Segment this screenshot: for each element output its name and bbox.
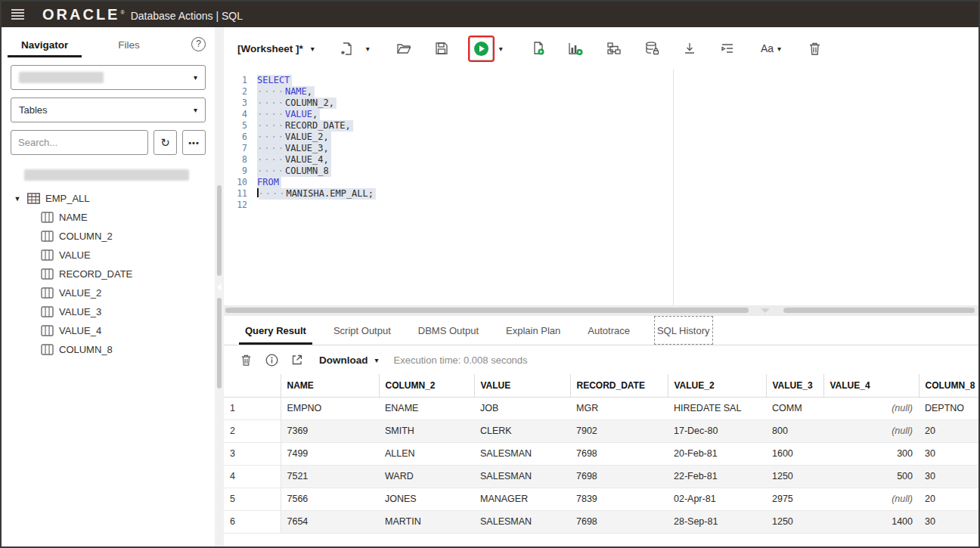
open-file-button[interactable] — [392, 37, 415, 60]
tab-explain-plan[interactable]: Explain Plan — [503, 316, 563, 345]
tree-item-column[interactable]: COLUMN_2 — [9, 227, 209, 246]
table-cell[interactable]: 2975 — [766, 488, 823, 510]
sql-history-button[interactable] — [640, 37, 663, 60]
refresh-button[interactable]: ↻ — [154, 130, 177, 155]
table-cell[interactable]: (null) — [823, 420, 919, 442]
table-cell[interactable]: 1250 — [766, 510, 823, 533]
tab-navigator[interactable]: Navigator — [18, 30, 71, 57]
code-line[interactable]: 11····MANISHA.EMP_ALL; — [224, 188, 978, 200]
code-line[interactable]: 7····VALUE_3, — [224, 143, 978, 154]
column-header[interactable]: COLUMN_2 — [379, 374, 474, 397]
table-cell[interactable]: ENAME — [379, 397, 474, 420]
table-cell[interactable]: SALESMAN — [474, 442, 570, 465]
table-cell[interactable]: MGR — [570, 397, 668, 420]
info-button[interactable] — [260, 349, 283, 370]
table-cell[interactable]: 7698 — [570, 510, 668, 533]
table-cell[interactable]: 02-Apr-81 — [668, 488, 766, 510]
column-header[interactable]: RECORD_DATE — [570, 374, 668, 397]
explain-plan-button[interactable] — [565, 37, 588, 60]
table-cell[interactable]: 20-Feb-81 — [668, 442, 766, 465]
download-results-button[interactable]: Download ▾ — [319, 354, 379, 366]
code-line[interactable]: 9····COLUMN_8 — [224, 166, 978, 177]
table-cell[interactable]: JOB — [474, 397, 570, 420]
tab-dbms-output[interactable]: DBMS Output — [415, 316, 482, 345]
tree-item-column[interactable]: RECORD_DATE — [9, 265, 209, 283]
column-header[interactable]: VALUE_4 — [823, 374, 919, 397]
tab-files[interactable]: Files — [115, 30, 143, 57]
tree-item-table[interactable]: ▼ EMP_ALL — [9, 189, 209, 208]
sql-editor[interactable]: 1SELECT2····NAME,3····COLUMN_2,4····VALU… — [224, 70, 978, 305]
table-row[interactable]: 47521WARDSALESMAN769822-Feb-81125050030 — [224, 465, 978, 488]
new-worksheet-button[interactable] — [336, 37, 358, 60]
column-header[interactable] — [224, 374, 281, 397]
table-cell[interactable]: SALESMAN — [474, 465, 570, 488]
table-cell[interactable]: 30 — [919, 442, 978, 465]
tree-item-column[interactable]: VALUE_4 — [9, 321, 209, 340]
table-cell[interactable]: ALLEN — [379, 442, 474, 465]
collapse-down-icon[interactable] — [761, 308, 770, 313]
table-cell[interactable]: 7839 — [570, 488, 668, 510]
column-header[interactable]: COLUMN_8 — [919, 374, 978, 397]
table-cell[interactable]: 30 — [919, 510, 978, 533]
more-options-button[interactable]: ••• — [182, 130, 206, 155]
table-cell[interactable]: 28-Sep-81 — [668, 510, 766, 533]
download-editor-button[interactable] — [678, 37, 701, 60]
code-line[interactable]: 1SELECT — [224, 75, 978, 86]
autotrace-button[interactable] — [603, 37, 625, 60]
search-input[interactable] — [18, 137, 141, 148]
worksheet-title-dropdown[interactable]: [Worksheet ]* ▾ — [237, 43, 315, 54]
tab-autotrace[interactable]: Autotrace — [585, 316, 633, 345]
table-cell[interactable]: HIREDATE SAL — [668, 397, 766, 420]
table-cell[interactable]: (null) — [823, 488, 919, 510]
table-cell[interactable]: JONES — [379, 488, 474, 510]
clear-worksheet-button[interactable] — [803, 37, 826, 60]
code-line[interactable]: 4····VALUE, — [224, 109, 978, 120]
table-cell[interactable]: WARD — [379, 465, 474, 488]
table-cell[interactable]: SALESMAN — [474, 510, 570, 533]
table-cell[interactable]: 300 — [823, 442, 919, 465]
column-header[interactable]: VALUE_2 — [668, 374, 766, 397]
table-cell[interactable]: COMM — [766, 397, 823, 420]
table-cell[interactable]: 1400 — [823, 510, 919, 533]
table-row[interactable]: 1EMPNOENAMEJOBMGRHIREDATE SALCOMM(null)D… — [224, 397, 978, 420]
table-cell[interactable]: 22-Feb-81 — [668, 465, 766, 488]
table-cell[interactable]: (null) — [823, 397, 919, 420]
table-cell[interactable]: 7566 — [281, 488, 379, 510]
code-line[interactable]: 8····VALUE_4, — [224, 154, 978, 166]
table-cell[interactable]: DEPTNO — [919, 397, 978, 420]
object-type-select[interactable]: Tables ▾ — [11, 98, 206, 122]
open-in-new-button[interactable] — [286, 349, 309, 370]
table-cell[interactable]: 7902 — [570, 420, 668, 442]
format-button[interactable] — [716, 37, 739, 60]
tree-root-redacted[interactable] — [9, 166, 209, 184]
tree-item-column[interactable]: NAME — [9, 208, 209, 227]
table-cell[interactable]: 7698 — [570, 442, 668, 465]
table-cell[interactable]: SMITH — [379, 420, 474, 442]
table-cell[interactable]: 7654 — [281, 510, 379, 533]
schema-select[interactable]: ▾ — [11, 65, 206, 90]
sidebar-splitter[interactable] — [215, 27, 224, 546]
table-cell[interactable]: 7521 — [281, 465, 379, 488]
table-cell[interactable]: 800 — [766, 420, 823, 442]
tab-script-output[interactable]: Script Output — [330, 316, 394, 345]
table-cell[interactable]: 500 — [823, 465, 919, 488]
table-cell[interactable]: 7369 — [281, 420, 379, 442]
save-button[interactable] — [430, 37, 453, 60]
column-header[interactable]: VALUE — [474, 374, 570, 397]
column-header[interactable]: NAME — [281, 374, 379, 397]
tree-expand-icon[interactable]: ▼ — [11, 195, 24, 203]
clear-results-button[interactable] — [234, 349, 257, 370]
collapse-left-icon[interactable] — [217, 283, 222, 291]
help-icon[interactable]: ? — [191, 37, 206, 51]
table-row[interactable]: 57566JONESMANAGER783902-Apr-812975(null)… — [224, 488, 978, 510]
tab-query-result[interactable]: Query Result — [242, 316, 309, 345]
tree-item-column[interactable]: VALUE_3 — [9, 302, 209, 321]
hamburger-menu-icon[interactable] — [9, 5, 32, 23]
table-cell[interactable]: MARTIN — [379, 510, 474, 533]
code-line[interactable]: 12 — [224, 200, 978, 211]
table-row[interactable]: 27369SMITHCLERK790217-Dec-80800(null)20 — [224, 420, 978, 442]
code-line[interactable]: 2····NAME, — [224, 86, 978, 98]
table-cell[interactable]: 20 — [919, 488, 978, 510]
new-worksheet-caret[interactable]: ▾ — [363, 45, 373, 53]
table-cell[interactable]: 7499 — [281, 442, 379, 465]
